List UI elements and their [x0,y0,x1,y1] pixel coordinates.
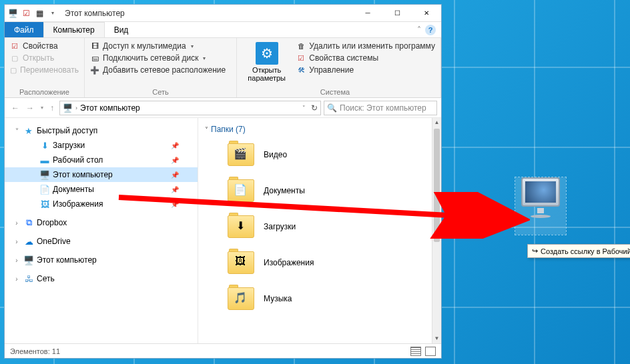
sidebar-dropbox-label: Dropbox [37,218,67,227]
nav-forward-icon[interactable]: → [23,102,37,114]
file-explorer-window: 🖥️ ☑ ▦ ▾ Этот компьютер ─ ☐ ✕ Файл Компь… [4,4,442,359]
sidebar-item-quick-access[interactable]: ˅ ★ Быстрый доступ [5,123,198,138]
ribbon-sys-props[interactable]: ☑Свойства системы [295,53,436,63]
details-view-icon[interactable] [410,347,421,356]
sidebar-item-documents[interactable]: 📄 Документы 📌 [5,182,198,197]
sidebar-network-label: Сеть [37,274,55,283]
tab-view[interactable]: Вид [105,22,138,37]
tab-file[interactable]: Файл [5,22,43,37]
sidebar-item-this-pc[interactable]: 🖥️ Этот компьютер 📌 [5,167,198,182]
ribbon-manage-label: Управление [309,65,354,75]
ribbon-open-settings[interactable]: ⚙ Открыть параметры [241,41,292,96]
folder-item[interactable]: 🖼Изображения [225,245,429,281]
pin-icon: 📌 [171,186,192,193]
sidebar-item-network[interactable]: › 🖧 Сеть [5,271,198,286]
app-icon: 🖥️ [7,8,18,19]
pin-icon: 📌 [171,201,192,208]
qat-new-folder-icon[interactable]: ▦ [34,8,45,19]
folders-header-label: Папки (7) [211,125,246,134]
pin-icon: 📌 [171,171,192,179]
title-bar: 🖥️ ☑ ▦ ▾ Этот компьютер ─ ☐ ✕ [5,5,441,22]
folder-icon: 🎵 [228,287,254,310]
folder-item[interactable]: 🎵Музыка [225,281,429,317]
ribbon-group-location: Расположение [9,87,80,96]
window-title: Этот компьютер [65,9,353,18]
ribbon: ☑Свойства ▢Открыть ▢Переименовать Распол… [5,38,441,98]
ribbon-sys-props-label: Свойства системы [309,53,378,63]
ribbon-map-network[interactable]: 🖴Подключить сетевой диск▾ [89,53,232,63]
desktop-drop-target[interactable] [515,177,566,235]
sidebar-this-pc-label: Этот компьютер [53,170,113,179]
shortcut-icon: ↪ [532,247,538,255]
sidebar-item-desktop[interactable]: ▬ Рабочий стол 📌 [5,153,198,167]
address-dropdown-icon[interactable]: ˅ [302,105,306,111]
qat-properties-icon[interactable]: ☑ [21,8,31,19]
ribbon-add-network-label: Добавить сетевое расположение [103,65,226,75]
sidebar-item-dropbox[interactable]: › ⧉ Dropbox [5,215,198,230]
pin-icon: 📌 [171,142,192,149]
tab-computer[interactable]: Компьютер [43,22,105,37]
status-item-count: Элементов: 11 [10,347,60,355]
vertical-scrollbar[interactable]: ▲ ▼ [432,118,441,343]
search-input[interactable]: 🔍 Поиск: Этот компьютер [324,101,437,115]
ribbon-manage[interactable]: 🛠Управление [295,65,436,75]
star-icon: ★ [23,125,34,136]
qat-dropdown-icon[interactable]: ▾ [47,8,58,19]
content-pane[interactable]: ˅ Папки (7) 🎬Видео📄Документы⬇Загрузки🖼Из… [198,118,432,343]
folders-section-header[interactable]: ˅ Папки (7) [201,122,429,137]
sidebar-item-onedrive[interactable]: › ☁ OneDrive [5,234,198,249]
sidebar-pictures-label: Изображения [53,199,103,209]
sidebar-item-downloads[interactable]: ⬇ Загрузки 📌 [5,138,198,153]
ribbon-rename: ▢Переименовать [9,65,80,75]
folder-icon: 🖼 [228,251,254,274]
sidebar-quick-access-label: Быстрый доступ [37,126,97,135]
drop-tooltip: ↪ Создать ссылку в Рабочий стол [527,244,630,258]
ribbon-properties[interactable]: ☑Свойства [9,41,80,51]
nav-back-icon[interactable]: ← [9,102,22,114]
chevron-down-icon: ˅ [13,127,21,135]
ribbon-add-network[interactable]: ➕Добавить сетевое расположение [89,65,232,75]
ribbon-uninstall[interactable]: 🗑Удалить или изменить программу [295,41,436,51]
ribbon-access-media-label: Доступ к мультимедиа [103,41,186,51]
sidebar-documents-label: Документы [53,185,94,194]
ribbon-open-label: Открыть [23,53,54,63]
ribbon-collapse-icon[interactable]: ˄ [417,25,421,35]
close-button[interactable]: ✕ [412,5,441,22]
sidebar-item-this-pc-2[interactable]: › 🖥️ Этот компьютер [5,253,198,267]
help-icon[interactable]: ? [425,25,436,35]
monitor-icon [521,177,560,207]
sidebar-item-pictures[interactable]: 🖼 Изображения 📌 [5,197,198,211]
address-bar[interactable]: 🖥️ › Этот компьютер ˅ ↻ [59,101,321,115]
folder-item[interactable]: 📄Документы [225,173,429,209]
folder-label: Музыка [264,294,292,303]
folder-icon: 🎬 [228,143,254,166]
onedrive-icon: ☁ [23,236,34,247]
nav-recent-icon[interactable]: ▾ [38,103,46,112]
sidebar-onedrive-label: OneDrive [37,237,71,246]
network-icon: 🖧 [23,273,34,284]
quick-access-toolbar: 🖥️ ☑ ▦ ▾ [7,8,58,19]
ribbon-open: ▢Открыть [9,53,80,63]
ribbon-access-media[interactable]: 🎞Доступ к мультимедиа▾ [89,41,232,51]
sidebar-this-pc2-label: Этот компьютер [37,255,97,265]
folder-label: Загрузки [264,222,296,231]
scroll-down-icon[interactable]: ▼ [432,334,441,343]
scroll-thumb[interactable] [434,129,440,242]
nav-up-icon[interactable]: ↑ [47,102,57,114]
chevron-right-icon: › [13,275,21,283]
downloads-icon: ⬇ [39,140,50,151]
folder-label: Изображения [264,258,314,267]
folder-item[interactable]: ⬇Загрузки [225,209,429,245]
search-icon: 🔍 [327,103,337,113]
maximize-button[interactable]: ☐ [382,5,412,22]
gear-icon: ⚙ [256,42,278,65]
address-refresh-icon[interactable]: ↻ [311,103,318,113]
chevron-right-icon: › [13,257,21,264]
scroll-up-icon[interactable]: ▲ [432,118,441,127]
folder-item[interactable]: 🎬Видео [225,137,429,173]
tiles-view-icon[interactable] [425,347,436,356]
minimize-button[interactable]: ─ [353,5,382,22]
status-bar: Элементов: 11 [5,343,441,358]
dropbox-icon: ⧉ [23,217,34,228]
address-icon: 🖥️ [63,103,73,113]
